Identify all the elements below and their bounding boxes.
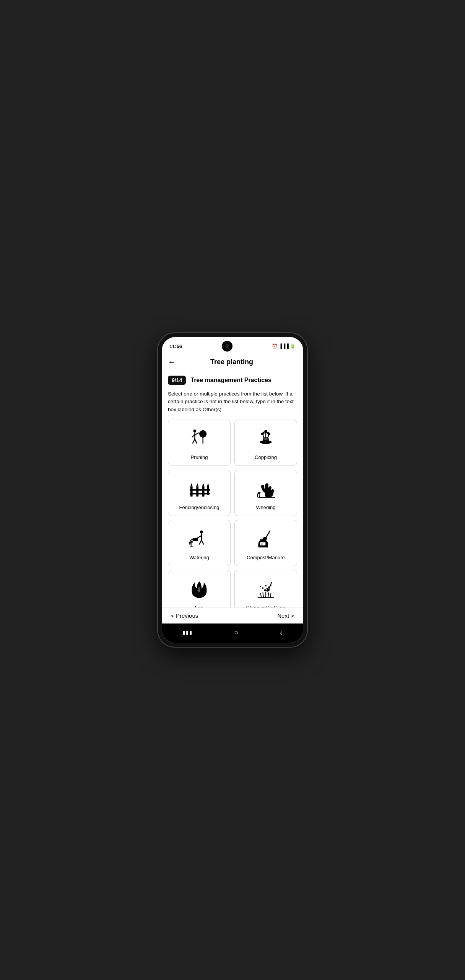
fencing-label: Fencing/enclosing: [179, 505, 219, 510]
compost-label: Compost/Manure: [247, 555, 285, 560]
svg-marker-21: [196, 483, 198, 486]
camera-area: [222, 341, 232, 352]
practice-card-weeding[interactable]: Weeding: [234, 470, 297, 516]
signal-icon: ▐▐▐: [279, 343, 289, 349]
practice-card-coppicing[interactable]: Coppicing: [234, 420, 297, 466]
compost-icon: ♲: [254, 527, 278, 552]
svg-line-30: [199, 540, 202, 545]
practice-card-fire[interactable]: Fire: [168, 570, 231, 607]
svg-marker-9: [198, 432, 199, 434]
page-title: Tree planting: [179, 358, 285, 366]
svg-line-31: [202, 540, 204, 545]
bottom-nav: < Previous Next >: [162, 607, 303, 623]
svg-rect-25: [190, 493, 210, 494]
svg-line-4: [193, 439, 195, 444]
svg-point-48: [264, 589, 266, 591]
watering-icon: [187, 527, 211, 552]
practice-card-compost[interactable]: ♲ Compost/Manure: [234, 520, 297, 566]
home-button[interactable]: ○: [228, 627, 245, 638]
svg-line-5: [195, 439, 197, 444]
status-icons: ⏰ ▐▐▐ 🔋: [272, 343, 296, 349]
svg-rect-24: [190, 489, 210, 491]
svg-line-39: [266, 531, 270, 538]
phone-shell: 11:56 ⏰ ▐▐▐ 🔋 ← Tree planting 9/14 Tree …: [158, 333, 307, 647]
svg-point-53: [260, 586, 261, 587]
svg-text:♲: ♲: [261, 542, 263, 545]
svg-rect-33: [193, 538, 198, 541]
practice-card-watering[interactable]: Watering: [168, 520, 231, 566]
fire-icon: [187, 577, 211, 602]
description-text: Select one or multiple practices from th…: [168, 390, 297, 413]
svg-line-35: [190, 543, 190, 545]
svg-rect-16: [190, 486, 193, 497]
watering-label: Watering: [189, 555, 209, 560]
weeding-icon: [254, 477, 278, 501]
previous-button[interactable]: < Previous: [171, 612, 198, 619]
phone-screen: 11:56 ⏰ ▐▐▐ 🔋 ← Tree planting 9/14 Tree …: [162, 337, 303, 643]
chemical-icon: [254, 577, 278, 602]
svg-point-38: [191, 541, 193, 543]
back-button[interactable]: ←: [168, 356, 179, 368]
fire-label: Fire: [195, 605, 203, 607]
pruning-icon: [187, 427, 211, 451]
svg-rect-17: [196, 486, 198, 497]
step-title: Tree management Practices: [190, 377, 272, 384]
fencing-icon: [187, 477, 211, 501]
svg-point-28: [200, 531, 203, 534]
svg-marker-20: [190, 483, 193, 486]
svg-point-0: [193, 430, 197, 433]
header: ← Tree planting: [162, 353, 303, 371]
step-row: 9/14 Tree management Practices: [168, 376, 297, 385]
coppicing-label: Coppicing: [255, 454, 277, 460]
svg-point-15: [264, 430, 267, 434]
svg-rect-18: [202, 486, 205, 497]
svg-marker-22: [202, 483, 205, 486]
system-nav-bar: ▮▮▮ ○ ‹: [162, 623, 303, 643]
practice-card-chemical[interactable]: Chemical fertilizer: [234, 570, 297, 607]
status-bar: 11:56 ⏰ ▐▐▐ 🔋: [162, 337, 303, 353]
recent-apps-button[interactable]: ▮▮▮: [176, 628, 199, 637]
pruning-label: Pruning: [191, 454, 208, 460]
practices-grid: Pruning: [168, 420, 297, 607]
practice-card-pruning[interactable]: Pruning: [168, 420, 231, 466]
system-back-button[interactable]: ‹: [274, 627, 289, 638]
chemical-label: Chemical fertilizer: [246, 605, 285, 607]
svg-line-46: [260, 593, 261, 597]
svg-line-44: [263, 592, 263, 597]
svg-point-50: [262, 587, 263, 589]
svg-marker-23: [207, 483, 209, 486]
battery-icon: 🔋: [290, 343, 296, 349]
coppicing-icon: [254, 427, 278, 451]
alarm-icon: ⏰: [272, 343, 278, 349]
practice-card-fencing[interactable]: Fencing/enclosing: [168, 470, 231, 516]
svg-line-45: [268, 592, 269, 597]
next-button[interactable]: Next >: [277, 612, 294, 619]
svg-point-52: [265, 585, 267, 586]
weeding-label: Weeding: [256, 505, 275, 510]
status-time: 11:56: [169, 343, 182, 349]
svg-line-47: [270, 593, 271, 597]
main-content: 9/14 Tree management Practices Select on…: [162, 371, 303, 607]
camera-dot: [225, 344, 229, 348]
step-badge: 9/14: [168, 376, 186, 385]
